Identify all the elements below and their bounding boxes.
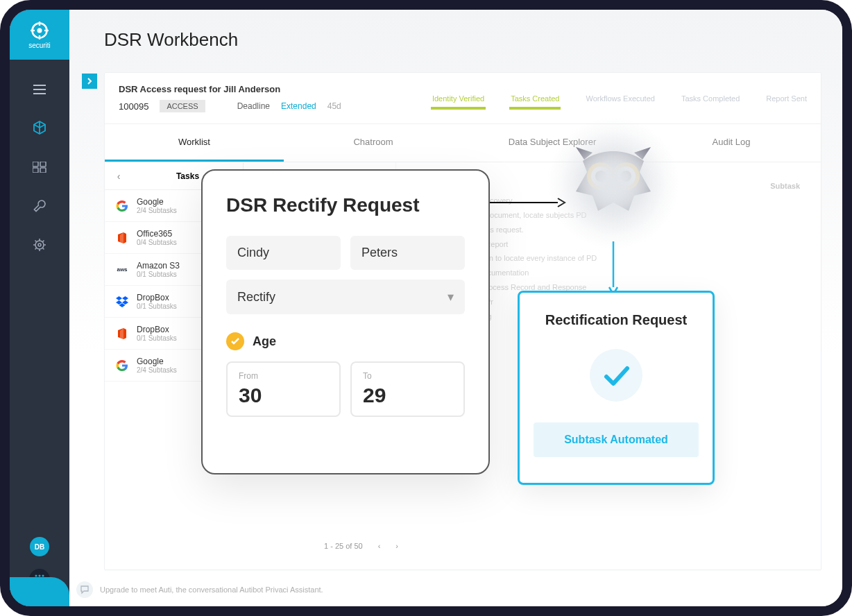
svg-point-11 [38, 243, 41, 246]
deadline-age: 45d [327, 101, 341, 111]
from-value-box[interactable]: From 30 [226, 361, 341, 417]
office-icon [114, 230, 130, 246]
svg-rect-9 [40, 168, 46, 173]
svg-rect-6 [33, 162, 38, 166]
tabs: Worklist Chatroom Data Subject Explorer … [105, 124, 821, 162]
page-title: DSR Workbench [69, 10, 842, 66]
to-label: To [363, 371, 452, 381]
to-value-box[interactable]: To 29 [350, 361, 465, 417]
dashboard-icon[interactable] [29, 157, 50, 178]
stage-tasks-created: Tasks Created [511, 94, 559, 103]
result-title: Rectification Request [534, 312, 699, 328]
detail-line: d documentation [472, 266, 800, 280]
rectify-title: DSR Rectify Request [226, 194, 465, 216]
user-avatar[interactable]: DB [30, 537, 49, 556]
stage-report-sent: Report Sent [766, 94, 807, 103]
google-icon [114, 198, 130, 214]
field-label: Age [253, 334, 276, 349]
from-value: 30 [239, 384, 328, 407]
check-badge-icon [226, 332, 244, 350]
svg-rect-3 [39, 35, 40, 40]
svg-point-1 [37, 28, 42, 33]
brand-logo[interactable]: securiti [10, 10, 69, 60]
subtask-automated-button[interactable]: Subtask Automated [534, 422, 699, 457]
tasks-back-icon[interactable]: ‹ [105, 171, 133, 182]
pagination-prev-icon[interactable]: ‹ [378, 542, 381, 550]
action-select-value: Rectify [237, 290, 275, 305]
svg-rect-8 [33, 168, 38, 173]
owl-mascot [551, 121, 676, 246]
deadline-label: Deadline [237, 101, 270, 111]
ticket-id: 100095 [119, 101, 148, 112]
stage-identity-verified: Identity Verified [432, 94, 484, 103]
last-name-input[interactable]: Peters [350, 236, 465, 270]
stage-tracker: Identity Verified Tasks Created Workflow… [432, 94, 807, 103]
request-title: DSR Access request for Jill Anderson [119, 84, 341, 94]
recent-tickets-toggle[interactable] [82, 74, 97, 89]
aws-icon: aws [114, 262, 130, 277]
svg-rect-4 [31, 29, 35, 31]
pagination: 1 - 25 of 50 ‹ › [324, 542, 398, 550]
to-value: 29 [363, 384, 452, 407]
svg-point-10 [35, 241, 44, 249]
action-select[interactable]: Rectify ▾ [226, 280, 465, 314]
dropbox-icon [114, 294, 130, 309]
rail-accent [10, 577, 69, 606]
chevron-down-icon: ▾ [448, 289, 454, 305]
pagination-next-icon[interactable]: › [395, 542, 398, 550]
brand-name: securiti [28, 42, 51, 49]
left-rail: securiti DB [10, 10, 69, 606]
google-icon [114, 358, 130, 373]
tab-chatroom[interactable]: Chatroom [284, 124, 463, 162]
result-card: Rectification Request Subtask Automated [518, 291, 715, 485]
svg-rect-7 [40, 162, 46, 166]
footer-text: Upgrade to meet Auti, the conversational… [100, 585, 323, 594]
success-check-icon [590, 349, 642, 402]
svg-rect-5 [44, 29, 49, 31]
footer-bar: Upgrade to meet Auti, the conversational… [69, 577, 842, 602]
securiti-logo-icon [30, 21, 49, 40]
detail-line: nation to locate every instance of PD [472, 251, 800, 266]
office-icon [114, 326, 130, 341]
chat-icon[interactable] [76, 581, 93, 598]
pagination-text: 1 - 25 of 50 [324, 542, 363, 550]
gear-icon[interactable] [29, 234, 50, 255]
stage-workflows-executed: Workflows Executed [586, 94, 654, 103]
svg-rect-2 [39, 22, 40, 26]
stage-tasks-completed: Tasks Completed [681, 94, 740, 103]
first-name-input[interactable]: Cindy [226, 236, 341, 270]
cube-icon[interactable] [29, 118, 50, 139]
hamburger-icon[interactable] [29, 79, 50, 100]
tab-worklist[interactable]: Worklist [105, 124, 284, 162]
deadline-status: Extended [281, 101, 316, 111]
arrow-down-icon [608, 241, 619, 296]
wrench-icon[interactable] [29, 196, 50, 216]
from-label: From [239, 371, 328, 381]
request-type-badge: ACCESS [160, 100, 205, 112]
rectify-modal: DSR Rectify Request Cindy Peters Rectify… [201, 169, 490, 474]
